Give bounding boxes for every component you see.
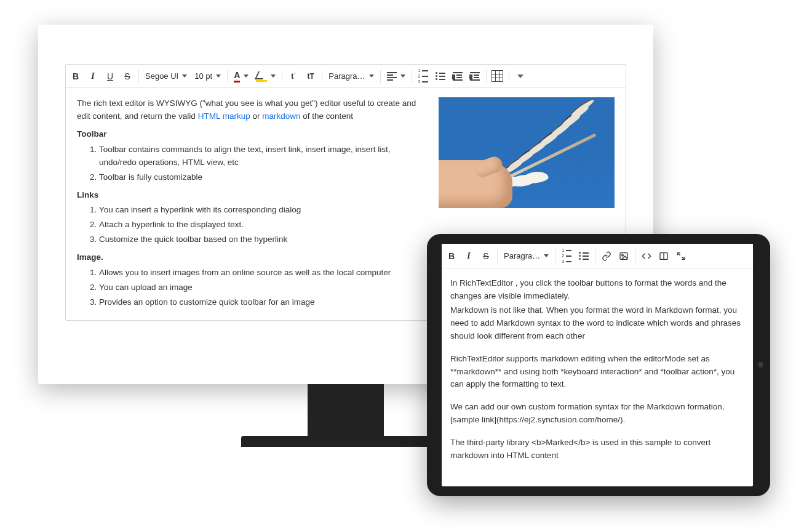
- indent-icon: [470, 72, 480, 81]
- expand-icon: [676, 251, 686, 261]
- list-item: Attach a hyperlink to the displayed text…: [99, 219, 428, 231]
- toolbar-separator: [595, 249, 595, 263]
- toolbar-separator: [412, 70, 412, 83]
- heading-image: Image.: [77, 251, 428, 264]
- list-item: You can insert a hyperlink with its corr…: [99, 204, 428, 217]
- chevron-down-icon: [517, 74, 523, 78]
- unordered-list-button[interactable]: [432, 68, 449, 85]
- toolbar-separator: [138, 70, 139, 83]
- image-icon: [619, 251, 629, 261]
- ordered-list-icon: 1 2 3: [562, 248, 571, 264]
- strikethrough-button[interactable]: S: [477, 247, 495, 265]
- split-view-icon: [659, 251, 669, 261]
- toolbar-separator: [322, 70, 322, 83]
- tablet-content-area[interactable]: In RichTextEditor , you click the toolba…: [442, 268, 753, 467]
- italic-button[interactable]: I: [84, 68, 102, 85]
- list-item: Toolbar is fully customizable: [99, 171, 428, 184]
- heading-links: Links: [77, 189, 428, 202]
- font-color-icon: A: [234, 70, 240, 82]
- toolbar-separator: [555, 249, 555, 263]
- ordered-list-button[interactable]: 1 2 3: [415, 68, 432, 85]
- links-list: You can insert a hyperlink with its corr…: [77, 204, 428, 246]
- editor-text-body: The rich text editor is WYSIWYG ("what y…: [77, 97, 428, 311]
- font-color-dropdown[interactable]: A: [230, 68, 252, 85]
- heading-toolbar: Toolbar: [77, 128, 428, 141]
- uppercase-button[interactable]: tT: [302, 68, 319, 85]
- insert-image-button[interactable]: [615, 247, 632, 265]
- toolbar-list: Toolbar contains commands to align the t…: [77, 143, 428, 184]
- outdent-icon: [453, 72, 463, 81]
- bold-button[interactable]: B: [443, 247, 460, 265]
- alignment-dropdown[interactable]: [383, 68, 409, 85]
- paragraph: RichTextEditor supports markdown editing…: [450, 353, 744, 392]
- intro-text: of the content: [300, 111, 353, 121]
- code-view-button[interactable]: [638, 247, 655, 265]
- font-size-dropdown[interactable]: 10 pt: [191, 68, 225, 85]
- caret-down-icon: [244, 74, 249, 78]
- caret-down-icon: [216, 74, 221, 78]
- split-view-button[interactable]: [655, 247, 672, 265]
- caret-down-icon: [369, 74, 374, 78]
- tablet-toolbar: B I S Paragra… 1 2 3: [442, 244, 753, 268]
- code-icon: [642, 251, 651, 261]
- monitor-stand-neck: [308, 384, 384, 436]
- insert-table-button[interactable]: [489, 68, 506, 85]
- toolbar-separator: [282, 70, 282, 83]
- strikethrough-button[interactable]: S: [119, 68, 136, 85]
- list-item: Toolbar contains commands to align the t…: [99, 143, 428, 169]
- font-family-dropdown[interactable]: Segoe UI: [141, 68, 191, 85]
- unordered-list-icon: [436, 72, 445, 80]
- insert-link-button[interactable]: [598, 247, 615, 265]
- tablet-device: B I S Paragra… 1 2 3: [427, 234, 770, 496]
- list-item: Allows you to insert images from an onli…: [99, 267, 428, 280]
- indent-button[interactable]: [466, 68, 484, 85]
- unordered-list-button[interactable]: [575, 247, 592, 265]
- highlight-color-dropdown[interactable]: [252, 68, 279, 85]
- markdown-link[interactable]: markdown: [262, 111, 300, 121]
- intro-text: or: [250, 111, 263, 121]
- paragraph-format-dropdown[interactable]: Paragra…: [500, 247, 552, 265]
- paragraph: We can add our own custom formation synt…: [450, 401, 744, 427]
- list-item: Provides an option to customize quick to…: [99, 296, 428, 309]
- svg-point-1: [622, 254, 624, 256]
- highlight-icon: [256, 72, 267, 81]
- caret-down-icon: [544, 254, 549, 257]
- align-left-icon: [387, 72, 397, 81]
- fullscreen-button[interactable]: [672, 247, 690, 265]
- paragraph-label: Paragra…: [328, 71, 365, 81]
- caret-down-icon: [182, 74, 187, 78]
- toolbar-separator: [497, 249, 498, 263]
- link-icon: [602, 251, 611, 261]
- italic-button[interactable]: I: [460, 247, 477, 265]
- paragraph: In RichTextEditor , you click the toolba…: [450, 277, 744, 303]
- underline-button[interactable]: U: [102, 68, 119, 85]
- paragraph-format-dropdown[interactable]: Paragra…: [325, 68, 377, 85]
- toolbar-separator: [380, 70, 381, 83]
- paragraph: The third-party library <b>Marked</b> is…: [450, 436, 744, 462]
- paragraph-label: Paragra…: [504, 251, 540, 260]
- outdent-button[interactable]: [449, 68, 466, 85]
- list-item: Customize the quick toolbar based on the…: [99, 233, 428, 246]
- svg-rect-0: [620, 252, 627, 259]
- ordered-list-icon: 1 2 3: [418, 68, 428, 84]
- image-list: Allows you to insert images from an onli…: [77, 267, 428, 309]
- table-icon: [492, 70, 503, 82]
- toolbar-overflow-button[interactable]: [512, 68, 529, 85]
- unordered-list-icon: [579, 252, 589, 260]
- caret-down-icon: [271, 74, 276, 78]
- paragraph: Markdown is not like that. When you form…: [450, 304, 744, 343]
- html-markup-link[interactable]: HTML markup: [198, 111, 250, 121]
- toolbar-separator: [227, 70, 228, 83]
- bold-button[interactable]: B: [67, 68, 84, 85]
- tablet-screen: B I S Paragra… 1 2 3: [442, 244, 753, 486]
- toolbar-separator: [635, 249, 635, 263]
- toolbar-separator: [509, 70, 509, 83]
- embedded-feather-image[interactable]: [439, 97, 615, 208]
- ordered-list-button[interactable]: 1 2 3: [558, 247, 575, 265]
- monitor-stand-base: [241, 436, 450, 447]
- caret-down-icon: [400, 74, 405, 78]
- font-family-label: Segoe UI: [145, 71, 178, 81]
- font-size-label: 10 pt: [194, 71, 212, 81]
- toolbar-separator: [486, 70, 487, 83]
- lowercase-button[interactable]: t↓: [285, 68, 302, 85]
